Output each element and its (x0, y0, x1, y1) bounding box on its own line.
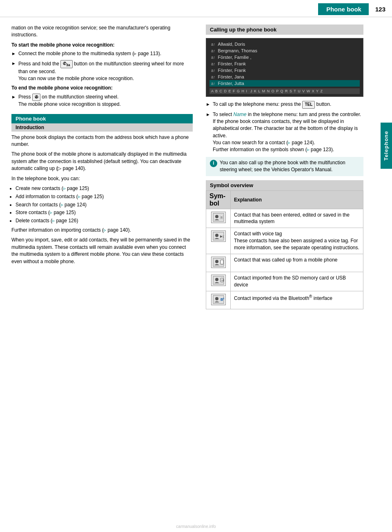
watermark: carmanualsonline.info (176, 524, 216, 529)
svg-point-14 (215, 278, 218, 281)
pb-name: Förster, Frank (218, 68, 246, 73)
section-introduction-heading: Introduction (11, 123, 193, 132)
col-header-explanation: Explanation (231, 190, 363, 209)
pb-row-selected: a↑ Förster, Jutta (209, 80, 360, 87)
table-row: SD Contact imported from the SD memory c… (206, 272, 363, 291)
pb-row: a↑ Bergmann, Thomas (209, 47, 360, 54)
side-tab: Telephone (381, 123, 392, 169)
step-item-1: ► To call up the telephone menu: press t… (206, 101, 363, 109)
key-btn-1: ✆3a (60, 60, 72, 68)
pb-icon: a↑ (211, 42, 216, 47)
content-wrapper: mation on the voice recognition service;… (0, 17, 392, 317)
svg-text:▶)): ▶)) (220, 235, 224, 238)
section-phone-book-heading: Phone book (11, 114, 193, 123)
explanation-cell-1: Contact that has been entered, edited or… (231, 209, 363, 228)
list-item: Search for contacts (▹ page 124) (16, 201, 193, 208)
intro-text: mation on the voice recognition service;… (11, 25, 193, 39)
list-item: Create new contacts (▹ page 125) (16, 185, 193, 192)
list-item: Add information to contacts (▹ page 125) (16, 193, 193, 200)
pb-icon: a↑ (211, 75, 216, 79)
list-item: Store contacts (▹ page 125) (16, 209, 193, 216)
mobile-voice-start-item-1: ► Connect the mobile phone to the multim… (11, 50, 193, 57)
calling-heading: Calling up the phone book (206, 25, 363, 35)
symbol-cell-4: SD (206, 272, 231, 291)
mobile-voice-start-text-2: Press and hold the ✆3a button on the mul… (18, 60, 193, 83)
arrow-icon-2: ► (11, 60, 16, 67)
pb-name: Allwald, Doris (218, 42, 245, 47)
intro-p2: The phone book of the mobile phone is au… (11, 151, 193, 172)
person-sd-icon: SD (211, 275, 226, 286)
col-header-symbol: Sym-bol (206, 190, 231, 209)
pb-icon: a↑ (211, 68, 216, 73)
left-column: mation on the voice recognition service;… (0, 25, 200, 309)
pb-name: Förster, Jutta (218, 81, 244, 86)
pb-row: a↑ Allwald, Doris (209, 41, 360, 47)
page-number: 123 (368, 3, 392, 15)
pb-row: a↑ Förster, Frank (209, 67, 360, 74)
svg-point-7 (215, 234, 218, 237)
table-row: ▶)) Contact with voice tagThese contacts… (206, 228, 363, 254)
bullet-list: Create new contacts (▹ page 125) Add inf… (16, 185, 193, 224)
intro-p3: In the telephone book, you can: (11, 175, 193, 182)
when-import-text: When you import, save, edit or add conta… (11, 237, 193, 265)
arrow-icon-4: ► (206, 101, 210, 108)
explanation-cell-3: Contact that was called up from a mobile… (231, 254, 363, 272)
symbol-cell-1 (206, 209, 231, 228)
info-box-text: You can also call up the phone book with… (220, 159, 359, 174)
right-column: Calling up the phone book a↑ Allwald, Do… (200, 25, 380, 309)
list-item: Delete contacts (▹ page 126) (16, 217, 193, 224)
intro-p1: The phone book displays the contacts fro… (11, 134, 193, 148)
phonebook-screenshot: a↑ Allwald, Doris a↑ Bergmann, Thomas a↑… (206, 38, 363, 97)
further-importing: Further information on importing contact… (11, 227, 193, 234)
svg-point-1 (215, 215, 218, 218)
pb-alphabet-bar: A B C D E F G H I J K L M N O P Q R S T … (209, 88, 360, 94)
pb-row: a↑ Förster, Frank (209, 60, 360, 67)
mobile-voice-start-text-1: Connect the mobile phone to the multimed… (18, 50, 193, 57)
mobile-voice-end-text-1: Press ✆̶ on the multifunction steering w… (18, 94, 193, 108)
pb-icon: a↑ (211, 49, 216, 53)
tel-key-btn: TEL (302, 101, 315, 109)
pb-name: Förster, Jana (218, 74, 244, 79)
table-row: Contact that was called up from a mobile… (206, 254, 363, 272)
header-bar: Phone book 123 (0, 0, 392, 17)
mobile-voice-start-item-2: ► Press and hold the ✆3a button on the m… (11, 60, 193, 83)
person-mobile-icon (211, 257, 226, 268)
pb-row: a↑ Förster, Jana (209, 74, 360, 80)
symbol-cell-3 (206, 254, 231, 272)
svg-point-10 (215, 260, 218, 263)
name-highlight: Name (234, 112, 247, 117)
svg-text:SD: SD (221, 279, 224, 282)
person-voice-icon: ▶)) (211, 230, 226, 242)
mobile-voice-end-heading: To end the mobile phone voice recognitio… (11, 85, 193, 92)
step-text-1: To call up the telephone menu: press the… (213, 101, 363, 109)
person-edit-icon (211, 212, 226, 223)
mobile-voice-start-heading: To start the mobile phone voice recognit… (11, 42, 193, 49)
table-row: Bᵀ Contact imported via the Bluetooth® i… (206, 291, 363, 309)
table-row: Contact that has been entered, edited or… (206, 209, 363, 228)
explanation-cell-4: Contact imported from the SD memory card… (231, 272, 363, 291)
pb-name: Bergmann, Thomas (218, 48, 257, 53)
mobile-voice-end-item-1: ► Press ✆̶ on the multifunction steering… (11, 94, 193, 108)
symbol-cell-2: ▶)) (206, 228, 231, 254)
pb-icon: a↑ (211, 55, 216, 60)
pb-icon: a↑ (211, 62, 216, 66)
symbol-overview-heading: Symbol overview (206, 180, 363, 190)
pb-row: a↑ Förster, Familie , (209, 54, 360, 60)
info-box: i You can also call up the phone book wi… (206, 157, 363, 176)
info-icon: i (210, 160, 217, 167)
svg-point-18 (215, 297, 218, 300)
pb-name: Förster, Familie , (218, 55, 252, 60)
key-btn-2: ✆̶ (32, 94, 40, 101)
person-bt-icon: Bᵀ (211, 294, 226, 305)
symbol-cell-5: Bᵀ (206, 291, 231, 309)
header-title: Phone book (318, 3, 368, 15)
svg-text:Bᵀ: Bᵀ (220, 297, 224, 302)
arrow-icon-1: ► (11, 51, 16, 57)
symbol-table: Sym-bol Explanation (206, 190, 363, 309)
step-text-2: To select Name in the telephone menu: tu… (213, 111, 363, 154)
explanation-cell-5: Contact imported via the Bluetooth® inte… (231, 291, 363, 309)
pb-icon: a↑ (211, 81, 216, 86)
arrow-icon-3: ► (11, 94, 16, 101)
step-item-2: ► To select Name in the telephone menu: … (206, 111, 363, 154)
arrow-icon-5: ► (206, 112, 210, 118)
